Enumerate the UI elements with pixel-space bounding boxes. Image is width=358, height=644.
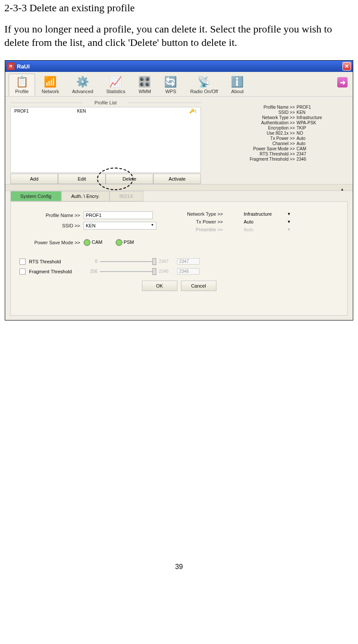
frag-checkbox[interactable] — [19, 269, 26, 275]
tab-network[interactable]: 📶 Network — [35, 74, 65, 96]
rts-checkbox[interactable] — [19, 259, 26, 265]
frag-value-box: 2346 — [177, 268, 200, 275]
section-heading: 2-3-3 Delete an existing profile — [4, 2, 354, 14]
tab-statistics[interactable]: 📈 Statistics — [100, 74, 132, 96]
security-icon: 🔑ᛒ — [189, 109, 197, 113]
wmm-icon: 🎛️ — [138, 76, 151, 88]
rts-value-box: 2347 — [177, 258, 200, 265]
next-arrow-button[interactable]: ➜ — [337, 77, 348, 87]
about-icon: ℹ️ — [231, 76, 244, 88]
cancel-button[interactable]: Cancel — [181, 281, 216, 291]
tab-auth-encry[interactable]: Auth. \ Encry. — [61, 191, 110, 201]
ssid-combo[interactable]: KEN▼ — [84, 222, 156, 230]
frag-slider[interactable] — [100, 271, 156, 272]
tab-8021x: 8021X — [110, 191, 143, 201]
profile-row[interactable]: PROF1 KEN 🔑ᛒ — [11, 107, 200, 115]
activate-button[interactable]: Activate — [153, 174, 201, 184]
edit-button[interactable]: Edit — [58, 174, 106, 184]
page-number: 39 — [4, 563, 354, 571]
tab-about[interactable]: ℹ️ About — [224, 74, 250, 96]
tab-wmm[interactable]: 🎛️ WMM — [132, 74, 158, 96]
section-body: If you no longer need a profile, you can… — [4, 23, 354, 49]
network-type-select[interactable]: Infrastructure — [244, 211, 287, 217]
app-window: R RaUI ✕ 📋 Profile 📶 Network ⚙️ Advanced… — [5, 60, 353, 320]
tab-radio[interactable]: 📡 Radio On/Off — [184, 74, 224, 96]
window-title: RaUI — [17, 63, 342, 70]
tab-profile[interactable]: 📋 Profile — [9, 74, 35, 96]
tab-wps[interactable]: 🔄 WPS — [158, 74, 184, 96]
preamble-select: Auto — [244, 227, 287, 232]
app-icon: R — [7, 62, 15, 70]
collapse-toggle[interactable] — [5, 184, 353, 191]
tab-system-config[interactable]: System Config — [10, 191, 61, 201]
gear-icon: ⚙️ — [72, 76, 94, 88]
profile-details: Profile Name >>PROF1 SSID >>KEN Network … — [201, 100, 348, 184]
titlebar: R RaUI ✕ — [5, 61, 353, 72]
ok-button[interactable]: OK — [142, 281, 177, 291]
radio-cam[interactable] — [84, 239, 90, 246]
stats-icon: 📈 — [106, 76, 125, 88]
profile-list-label: Profile List — [10, 100, 201, 105]
toolbar: 📋 Profile 📶 Network ⚙️ Advanced 📈 Statis… — [5, 72, 353, 97]
tab-advanced[interactable]: ⚙️ Advanced — [66, 74, 100, 96]
radio-icon: 📡 — [190, 76, 218, 88]
profile-name-input[interactable] — [84, 211, 153, 219]
radio-psm[interactable] — [116, 239, 123, 246]
network-icon: 📶 — [42, 76, 59, 88]
wps-icon: 🔄 — [164, 76, 177, 88]
profile-icon: 📋 — [15, 76, 29, 88]
close-button[interactable]: ✕ — [342, 62, 351, 71]
txpower-select[interactable]: Auto — [244, 219, 287, 224]
delete-button[interactable]: Delete — [106, 174, 153, 184]
add-button[interactable]: Add — [10, 174, 58, 184]
profile-list[interactable]: PROF1 KEN 🔑ᛒ — [10, 107, 201, 173]
rts-slider[interactable] — [100, 261, 156, 262]
config-panel: Profile Name >> SSID >> KEN▼ Power Save … — [10, 201, 348, 316]
